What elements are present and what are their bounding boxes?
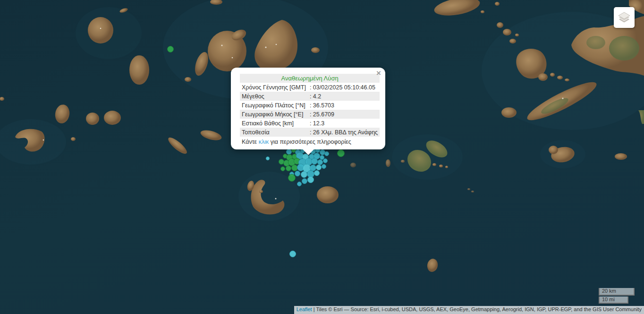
scale-control: 20 km 10 mi bbox=[599, 288, 635, 304]
earthquake-marker[interactable] bbox=[307, 176, 314, 183]
earthquake-marker[interactable] bbox=[323, 158, 328, 163]
popup-table: Αναθεωρημένη Λύση Χρόνος Γέννησης [GMT]:… bbox=[240, 74, 380, 137]
popup-content: Αναθεωρημένη Λύση Χρόνος Γέννησης [GMT]:… bbox=[231, 68, 385, 149]
popup-row-label: Γεωγραφικό Μήκος [°E] bbox=[240, 110, 308, 119]
popup-row: Εστιακό Βάθος [km]: 12.3 bbox=[240, 119, 380, 128]
popup-footer: Κάντε κλικ για περισσότερες πληροφορίες bbox=[240, 137, 376, 145]
earthquake-marker[interactable] bbox=[266, 157, 270, 160]
popup-row: Γεωγραφικό Μήκος [°E]: 25.6709 bbox=[240, 110, 380, 119]
earthquake-marker[interactable] bbox=[167, 46, 174, 52]
earthquake-marker[interactable] bbox=[297, 182, 302, 186]
popup-row-label: Χρόνος Γέννησης [GMT] bbox=[240, 83, 308, 92]
earthquake-marker[interactable] bbox=[288, 174, 296, 182]
popup-row: Τοποθεσία: 26 Χλμ. ΒΒΔ της Ανάφης bbox=[240, 128, 380, 137]
earthquake-marker[interactable] bbox=[316, 165, 322, 170]
attribution-text: Tiles © Esri — Source: Esri, i-cubed, US… bbox=[316, 306, 642, 312]
earthquake-marker[interactable] bbox=[311, 158, 318, 165]
popup-row-label: Εστιακό Βάθος [km] bbox=[240, 119, 308, 128]
layers-control-button[interactable] bbox=[614, 7, 635, 28]
earthquake-marker[interactable] bbox=[280, 166, 285, 171]
more-info-link[interactable]: κλικ bbox=[259, 139, 269, 145]
earthquake-marker[interactable] bbox=[314, 170, 320, 176]
earthquake-marker[interactable] bbox=[324, 151, 329, 156]
popup-row-value: : 4.2 bbox=[308, 92, 380, 101]
markers-layer bbox=[0, 0, 644, 314]
attribution-bar: Leaflet | Tiles © Esri — Source: Esri, i… bbox=[294, 306, 644, 314]
popup-row-label: Τοποθεσία bbox=[240, 128, 308, 137]
earthquake-marker[interactable] bbox=[295, 171, 300, 176]
layers-icon bbox=[617, 10, 631, 25]
popup-row-value: : 26 Χλμ. ΒΒΔ της Ανάφης bbox=[308, 128, 380, 137]
earthquake-marker[interactable] bbox=[286, 166, 291, 171]
earthquake-marker[interactable] bbox=[301, 171, 307, 178]
popup-title: Αναθεωρημένη Λύση bbox=[240, 74, 380, 83]
popup-footer-suffix: για περισσότερες πληροφορίες bbox=[269, 139, 351, 145]
popup-row: Χρόνος Γέννησης [GMT]: 03/02/2025 05:10:… bbox=[240, 83, 380, 92]
earthquake-marker[interactable] bbox=[302, 178, 307, 184]
earthquake-marker[interactable] bbox=[322, 164, 326, 169]
popup-close-button[interactable]: × bbox=[376, 70, 381, 77]
popup-row: Μέγεθος: 4.2 bbox=[240, 92, 380, 101]
scale-bar-mi: 10 mi bbox=[599, 297, 628, 304]
earthquake-marker[interactable] bbox=[289, 251, 296, 257]
popup-row: Γεωγραφικό Πλάτος [°N]: 36.5703 bbox=[240, 101, 380, 110]
map-canvas[interactable]: × Αναθεωρημένη Λύση Χρόνος Γέννησης [GMT… bbox=[0, 0, 644, 314]
popup-row-label: Γεωγραφικό Πλάτος [°N] bbox=[240, 101, 308, 110]
popup-footer-prefix: Κάντε bbox=[242, 139, 259, 145]
popup-row-label: Μέγεθος bbox=[240, 92, 308, 101]
popup-table-body: Χρόνος Γέννησης [GMT]: 03/02/2025 05:10:… bbox=[240, 83, 380, 137]
scale-bar-km: 20 km bbox=[599, 288, 635, 296]
popup-row-value: : 36.5703 bbox=[308, 101, 380, 110]
popup-row-value: : 03/02/2025 05:10:46.05 bbox=[308, 83, 380, 92]
popup-title-row: Αναθεωρημένη Λύση bbox=[240, 74, 380, 83]
popup-row-value: : 12.3 bbox=[308, 119, 380, 128]
earthquake-popup: × Αναθεωρημένη Λύση Χρόνος Γέννησης [GMT… bbox=[231, 68, 385, 149]
leaflet-link[interactable]: Leaflet bbox=[297, 306, 312, 312]
popup-row-value: : 25.6709 bbox=[308, 110, 380, 119]
earthquake-marker[interactable] bbox=[337, 149, 345, 157]
